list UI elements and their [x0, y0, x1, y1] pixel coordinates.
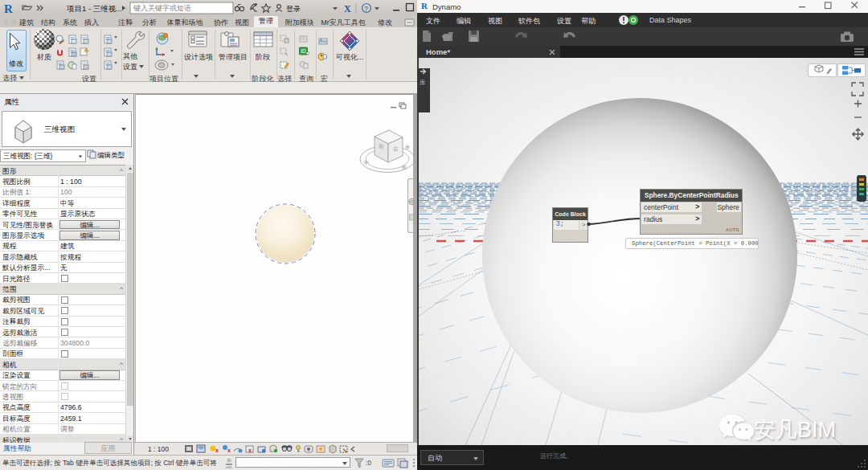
svg-text:ID: ID: [301, 48, 306, 54]
svg-text:修改: 修改: [9, 59, 23, 67]
svg-text:前: 前: [379, 143, 384, 149]
svg-text:项目1 - 三维视...: 项目1 - 三维视...: [66, 4, 122, 13]
svg-text:键入关键字或短语: 键入关键字或短语: [133, 4, 191, 12]
svg-text:右: 右: [393, 145, 399, 152]
svg-text:x: x: [227, 448, 231, 453]
svg-text:x: x: [215, 448, 219, 453]
svg-text:x: x: [248, 448, 252, 453]
svg-text:X: X: [344, 3, 351, 14]
svg-text:库: 库: [420, 79, 426, 86]
svg-text:登录: 登录: [286, 5, 301, 13]
svg-text:R: R: [4, 2, 13, 15]
svg-text:?: ?: [364, 5, 368, 13]
